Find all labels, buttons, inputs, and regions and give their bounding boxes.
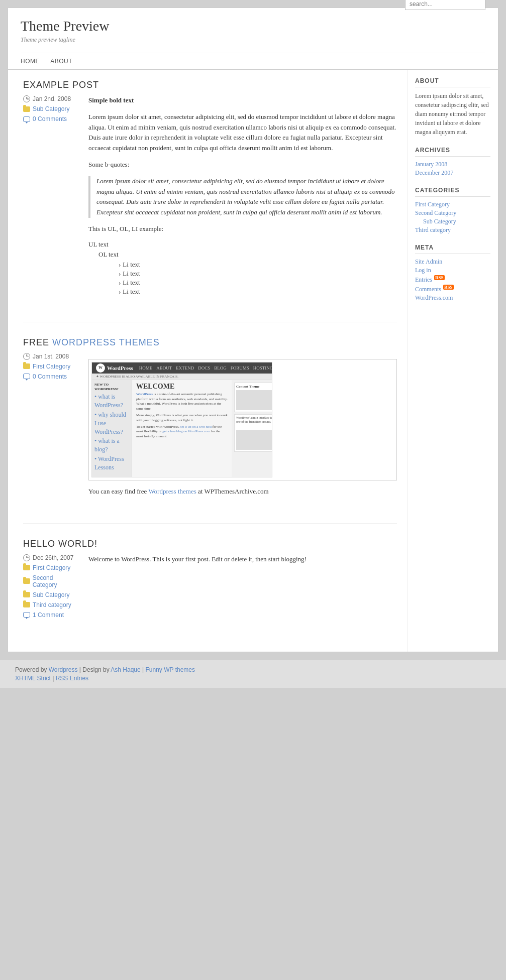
wp-more-text: More simply, WordPress is what you use w… <box>136 413 228 423</box>
theme-link-suffix: at WPThemesArchive.com <box>196 487 269 495</box>
post-category-hello-1[interactable]: First Category <box>33 564 70 571</box>
folder-icon <box>23 578 30 584</box>
footer-ash-link[interactable]: Ash Haque <box>111 666 140 673</box>
post-content-wp: W WordPress HOME ABOUT EXTEND DOCS <box>88 353 397 503</box>
ul-label: UL text <box>88 240 397 249</box>
post-meta-hello: Dec 26th, 2007 First Category Second Cat… <box>23 554 78 622</box>
site-title: Theme Preview <box>21 18 485 34</box>
sidebar-archives: ARCHIVES January 2008 December 2007 <box>415 147 490 177</box>
sidebar-archive-dec2007[interactable]: December 2007 <box>415 169 490 177</box>
sidebar-meta-siteadmin[interactable]: Site Admin <box>415 258 490 266</box>
post-meta-wp: Jan 1st, 2008 First Category 0 Comments <box>23 353 78 503</box>
wp-get-started: To get started with WordPress, set it up… <box>136 425 228 439</box>
wp-nav-extend: EXTEND <box>176 365 194 371</box>
post-category-wp[interactable]: First Category <box>33 363 70 370</box>
sidebar-cat-first[interactable]: First Category <box>415 201 490 208</box>
post-comments-hello[interactable]: 1 Comment <box>33 611 64 619</box>
sidebar-comments-label: Comments <box>415 286 443 293</box>
footer-line2: XHTML Strict | RSS Entries <box>15 675 491 682</box>
post-category-example[interactable]: Sub Category <box>33 105 69 112</box>
list-item: ›Li text <box>119 279 397 287</box>
search-bar <box>405 0 485 10</box>
wp-content-theme-box: Content Theme <box>234 383 272 412</box>
ul-section: UL text OL text ›Li text ›Li text ›Li te… <box>88 240 397 296</box>
sidebar-cat-second[interactable]: Second Category <box>415 209 490 217</box>
footer: Powered by Wordpress | Design by Ash Haq… <box>0 660 506 688</box>
post-category-hello-3[interactable]: Sub Category <box>33 591 69 598</box>
wp-screenshot-inner: W WordPress HOME ABOUT EXTEND DOCS <box>91 362 272 477</box>
sidebar-about-title: ABOUT <box>415 77 490 87</box>
folder-icon <box>23 592 30 597</box>
sidebar-meta: META Site Admin Log in Entries RSS Comme… <box>415 244 490 302</box>
post-comments-wp[interactable]: 0 Comments <box>33 373 67 380</box>
theme-link-text: You can easy find free Wordpress themes … <box>88 486 397 497</box>
wp-logo-area: W WordPress <box>96 363 133 373</box>
wp-lessons: • WordPress Lessons <box>94 455 129 472</box>
post-category-hello-4[interactable]: Third category <box>33 601 71 608</box>
wp-ready-begin: READY TO BEGIN? <box>94 477 129 477</box>
post-content-example: Simple bold text Lorem ipsum dolor sit a… <box>88 95 397 302</box>
wp-admin-box: WordPress' admin interface is one of the… <box>234 414 272 452</box>
rss-badge: RSS <box>434 275 445 280</box>
nav-about[interactable]: ABOUT <box>50 58 72 65</box>
wp-nav-forums: FORUMS <box>231 365 249 371</box>
post-example: EXAMPLE POST Jan 2nd, 2008 Sub Category <box>23 80 397 302</box>
clock-icon <box>23 95 30 102</box>
list-item: ›Li text <box>119 270 397 278</box>
comment-icon <box>23 374 30 379</box>
post-date-hello: Dec 26th, 2007 <box>33 554 73 561</box>
sidebar-about: ABOUT Lorem ipsum dolor sit amet, conset… <box>415 77 490 137</box>
post-title-hello: HELLO WORLD! <box>23 539 397 549</box>
sidebar-about-text: Lorem ipsum dolor sit amet, consetetur s… <box>415 91 490 137</box>
ul-example-label: This is UL, OL, LI example: <box>88 224 397 234</box>
sidebar-cat-sub[interactable]: Sub Category <box>423 218 490 225</box>
folder-icon <box>23 602 30 607</box>
wp-admin-preview <box>236 430 272 450</box>
sidebar-categories: CATEGORIES First Category Second Categor… <box>415 187 490 234</box>
sidebar-categories-title: CATEGORIES <box>415 187 490 197</box>
folder-icon <box>23 363 30 369</box>
wp-what-blog: • what is a blog? <box>94 437 129 454</box>
theme-link-anchor[interactable]: Wordpress themes <box>148 487 196 495</box>
folder-icon <box>23 565 30 570</box>
sidebar-entries-label: Entries <box>415 276 434 283</box>
post-title-highlight: WORDPRESS THEMES <box>52 337 160 347</box>
sidebar-meta-wpcom[interactable]: WordPress.com <box>415 294 490 302</box>
search-input[interactable] <box>405 0 485 10</box>
nav-home[interactable]: HOME <box>21 58 40 65</box>
sidebar-meta-comments-rss[interactable]: Comments RSS <box>415 285 490 293</box>
post-comments-example[interactable]: 0 Comments <box>33 115 67 122</box>
sidebar-cat-third[interactable]: Third category <box>415 226 490 234</box>
footer-line1: Powered by Wordpress | Design by Ash Haq… <box>15 666 491 673</box>
post-content-hello: Welcome to WordPress. This is your first… <box>88 554 397 622</box>
post-category-hello-2[interactable]: Second Category <box>33 574 78 588</box>
wp-theme-preview <box>236 390 272 410</box>
wp-right-col: Content Theme WordPress' admin interface… <box>232 380 272 477</box>
post-date-wp: Jan 1st, 2008 <box>33 353 69 360</box>
sidebar-meta-entries-rss[interactable]: Entries RSS <box>415 275 490 284</box>
wp-welcome-text: WordPress is a state-of-the-art semantic… <box>136 392 228 412</box>
wp-content-body: NEW TO WORDPRESS? • what is WordPress? •… <box>92 380 272 477</box>
wp-nav-links: HOME ABOUT EXTEND DOCS BLOG FORUMS HOSTI… <box>139 365 272 371</box>
theme-link-prefix: You can easy find free <box>88 487 148 495</box>
footer-xhtml-link[interactable]: XHTML Strict <box>15 675 51 682</box>
wp-new-to-wp: NEW TO WORDPRESS? <box>94 383 129 392</box>
footer-sep1: | <box>78 666 83 673</box>
post-body-text: Lorem ipsum dolor sit amet, consectetur … <box>88 112 397 154</box>
post-wp-themes: FREE WORDPRESS THEMES Jan 1st, 2008 Firs… <box>23 337 397 503</box>
wp-admin-text: WordPress' admin interface is one of the… <box>236 416 272 424</box>
wp-nav-hosting: HOSTING <box>253 365 272 371</box>
sidebar-archive-jan2008[interactable]: January 2008 <box>415 161 490 168</box>
footer-funny-link[interactable]: Funny WP themes <box>146 666 195 673</box>
post-blockquote: Lorem ipsum dolor sit amet, consectetur … <box>96 176 397 218</box>
footer-sep2: | <box>141 666 146 673</box>
post-title-wp: FREE WORDPRESS THEMES <box>23 337 397 348</box>
comment-icon <box>23 116 30 122</box>
footer-rss-link[interactable]: RSS Entries <box>56 675 88 682</box>
post-title-example: EXAMPLE POST <box>23 80 397 90</box>
footer-wordpress-link[interactable]: Wordpress <box>49 666 78 673</box>
rss-badge: RSS <box>443 285 454 290</box>
ol-label: OL text <box>98 251 397 259</box>
sidebar-meta-login[interactable]: Log in <box>415 267 490 274</box>
post-body-hello: Welcome to WordPress. This is your first… <box>88 554 397 565</box>
